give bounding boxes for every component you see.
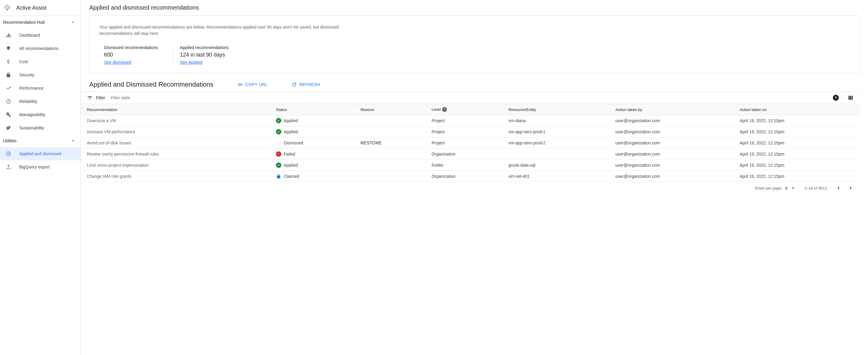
- help-icon[interactable]: ?: [833, 95, 839, 101]
- page-header: Applied and dismissed recommendations: [81, 0, 868, 16]
- cell-level: Organization: [427, 149, 504, 160]
- cell-resource: virt-net-401: [504, 171, 611, 182]
- col-restore[interactable]: Restore: [356, 104, 427, 115]
- cell-action-by: user@organization.com: [611, 138, 735, 149]
- cell-resource: vm-app-serv-prod-2: [504, 138, 611, 149]
- refresh-icon: [291, 82, 297, 87]
- leaf-icon: [5, 125, 11, 131]
- cell-action-by: user@organization.com: [611, 115, 735, 126]
- filter-bar: Filter ?: [81, 92, 860, 104]
- cell-recommendation: Limit cross-project impersonation: [81, 160, 271, 171]
- cell-level: Project: [427, 115, 504, 126]
- table-container: Filter ? Recommendation Status Restore L…: [81, 91, 860, 194]
- cell-resource: [504, 149, 611, 160]
- cell-restore: [356, 160, 427, 171]
- lock-icon: [5, 72, 11, 78]
- check-icon: [276, 118, 281, 123]
- sidebar-item-reliability[interactable]: Reliability: [0, 95, 81, 108]
- col-recommendation[interactable]: Recommendation: [81, 104, 271, 115]
- col-resource[interactable]: Resource/Entity: [504, 104, 611, 115]
- lock-icon: [276, 174, 281, 179]
- lightbulb-icon: [5, 46, 11, 52]
- prev-page-button[interactable]: [836, 185, 842, 191]
- sidebar-item-security[interactable]: Security: [0, 68, 81, 82]
- cell-action-by: user@organization.com: [611, 126, 735, 138]
- main-content: Applied and dismissed recommendations Yo…: [81, 0, 868, 355]
- help-icon[interactable]: ?: [442, 107, 447, 112]
- sidebar-item-manageability[interactable]: Manageability: [0, 108, 81, 121]
- upload-icon: [5, 164, 11, 170]
- cell-action-by: user@organization.com: [611, 149, 735, 160]
- clock-icon: [5, 98, 11, 105]
- trending-icon: [5, 85, 11, 91]
- table-row[interactable]: Review overly permissive firewall rules …: [81, 149, 860, 160]
- card-intro-text: Your applied and dismissed recommendatio…: [99, 24, 346, 37]
- chevron-down-icon: [70, 138, 76, 144]
- table-row[interactable]: Avoid out-of-disk issues Dismissed RESTO…: [81, 138, 860, 149]
- stat-dismissed: Dismissed recommendations 600 See dismis…: [99, 45, 173, 65]
- col-status[interactable]: Status: [271, 104, 356, 115]
- section-toolbar: Applied and Dismissed Recommendations CO…: [81, 81, 868, 91]
- sidebar-item-all-recommendations[interactable]: All recommendations: [0, 42, 81, 55]
- app-title: Active Assist: [16, 5, 46, 11]
- cell-resource: vm-app-serv-prod-1: [504, 126, 611, 138]
- recommendations-table: Recommendation Status Restore Level? Res…: [81, 104, 860, 182]
- cell-status: Applied: [271, 115, 356, 126]
- stats-row: Dismissed recommendations 600 See dismis…: [99, 45, 850, 65]
- col-action-on[interactable]: Action taken on: [735, 104, 860, 115]
- chevron-down-icon: [70, 20, 76, 25]
- sidebar-item-dashboard[interactable]: Dashboard: [0, 29, 81, 42]
- table-row[interactable]: Downsize a VM Applied Project vm-diana u…: [81, 115, 860, 126]
- col-level[interactable]: Level?: [427, 104, 504, 115]
- check-icon: [276, 129, 281, 135]
- wrench-icon: [5, 112, 11, 118]
- copy-url-button[interactable]: COPY URL: [238, 82, 268, 87]
- filter-input[interactable]: [111, 95, 469, 100]
- see-applied-link[interactable]: See Applied: [180, 60, 203, 65]
- cell-status: Applied: [271, 126, 356, 138]
- restore-button[interactable]: RESTORE: [361, 141, 382, 145]
- table-row[interactable]: Change IAM role grants Claimed Organizat…: [81, 171, 860, 182]
- sidebar-item-sustainability[interactable]: Sustainability: [0, 121, 81, 135]
- rows-per-page-select[interactable]: 6: [785, 185, 796, 191]
- cell-recommendation: Downsize a VM: [81, 115, 271, 126]
- cell-restore: [356, 115, 427, 126]
- clock-icon: [5, 151, 11, 157]
- sidebar-item-cost[interactable]: Cost: [0, 55, 81, 68]
- cell-recommendation: Avoid out-of-disk issues: [81, 138, 271, 149]
- cell-level: Organization: [427, 171, 504, 182]
- dismissed-icon: [276, 140, 281, 146]
- cell-status: Applied: [271, 160, 356, 171]
- col-action-by[interactable]: Action taken by: [611, 104, 735, 115]
- cell-level: Project: [427, 126, 504, 138]
- sidebar-item-applied-dismissed[interactable]: Applied and dismissed: [0, 147, 81, 160]
- table-row[interactable]: Limit cross-project impersonation Applie…: [81, 160, 860, 171]
- summary-card: Your applied and dismissed recommendatio…: [89, 16, 860, 73]
- next-page-button[interactable]: [847, 185, 854, 191]
- section-title: Applied and Dismissed Recommendations: [89, 81, 213, 88]
- error-icon: [276, 151, 281, 157]
- cell-restore: [356, 171, 427, 182]
- see-dismissed-link[interactable]: See dismissed: [104, 60, 131, 65]
- cell-action-by: user@organization.com: [611, 160, 735, 171]
- cell-action-on: April 19, 2022, 12:15pm: [735, 126, 860, 138]
- rows-per-page-label: Rows per page:: [755, 186, 782, 190]
- cell-action-on: April 19, 2022, 12:15pm: [735, 171, 860, 182]
- check-icon: [276, 162, 281, 168]
- refresh-button[interactable]: REFRESH: [291, 82, 320, 87]
- cell-action-on: April 19, 2022, 12:15pm: [735, 115, 860, 126]
- columns-icon[interactable]: [847, 95, 854, 101]
- sidebar: Active Assist Recommendation Hub Dashboa…: [0, 0, 81, 355]
- sidebar-item-performance[interactable]: Performance: [0, 82, 81, 95]
- nav-section-recommendation-hub[interactable]: Recommendation Hub: [0, 16, 81, 29]
- svg-point-0: [6, 6, 8, 9]
- cell-restore: [356, 149, 427, 160]
- cell-level: Project: [427, 138, 504, 149]
- nav-section-utilities[interactable]: Utilities: [0, 135, 81, 147]
- table-row[interactable]: Increase VM performance Applied Project …: [81, 126, 860, 138]
- filter-icon: [87, 95, 93, 101]
- sidebar-item-bigquery-export[interactable]: BigQuery export: [0, 160, 81, 174]
- dashboard-icon: [5, 32, 11, 38]
- cell-resource: vm-diana: [504, 115, 611, 126]
- cell-restore: [356, 126, 427, 138]
